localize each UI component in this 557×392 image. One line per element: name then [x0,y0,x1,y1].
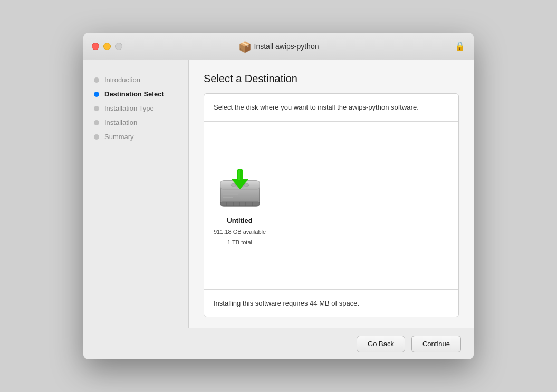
svg-rect-14 [238,170,240,180]
app-icon: 📦 [238,41,250,52]
sidebar-dot-installation [94,120,99,125]
sidebar-item-installation: Installation [83,115,188,130]
sidebar-dot-introduction [94,77,99,83]
destination-description: Select the disk where you want to instal… [204,94,458,122]
destination-box: Select the disk where you want to instal… [204,93,459,317]
title-bar-center: 📦 Install awips-python [238,41,319,52]
close-button[interactable] [92,43,99,50]
destination-footer: Installing this software requires 44 MB … [204,290,458,317]
drive-icon [216,165,264,212]
content-area: Introduction Destination Select Installa… [83,60,474,328]
panel-title: Select a Destination [204,73,459,85]
drive-name: Untitled [227,217,252,224]
window-title: Install awips-python [254,42,319,51]
sidebar-dot-destination-select [94,92,99,97]
sidebar-dot-summary [94,134,99,140]
lock-icon: 🔒 [455,41,465,51]
zoom-button[interactable] [115,43,122,50]
sidebar-label-installation-type: Installation Type [104,104,154,112]
svg-rect-4 [223,193,238,195]
bottom-bar: Go Back Continue [83,328,474,359]
go-back-button[interactable]: Go Back [357,336,405,352]
sidebar-item-installation-type: Installation Type [83,101,188,115]
sidebar-item-destination-select: Destination Select [83,87,188,101]
sidebar: Introduction Destination Select Installa… [83,60,189,328]
traffic-lights [92,43,122,50]
minimize-button[interactable] [103,43,111,50]
sidebar-item-summary: Summary [83,130,188,144]
drive-item-untitled[interactable]: Untitled 911.18 GB available 1 TB total [214,165,266,246]
drives-area: Untitled 911.18 GB available 1 TB total [204,122,458,290]
svg-rect-5 [223,197,233,198]
sidebar-dot-installation-type [94,106,99,111]
installer-window: 📦 Install awips-python 🔒 Introduction De… [83,33,474,359]
sidebar-item-introduction: Introduction [83,73,188,87]
sidebar-label-introduction: Introduction [104,76,140,84]
title-bar: 📦 Install awips-python 🔒 [83,33,474,60]
continue-button[interactable]: Continue [411,336,461,352]
drive-available: 911.18 GB available [214,229,266,235]
sidebar-label-installation: Installation [104,119,137,126]
sidebar-label-destination-select: Destination Select [104,90,164,98]
main-panel: Select a Destination Select the disk whe… [189,60,474,328]
sidebar-label-summary: Summary [104,133,134,141]
drive-total: 1 TB total [227,239,252,246]
svg-rect-6 [220,202,260,206]
